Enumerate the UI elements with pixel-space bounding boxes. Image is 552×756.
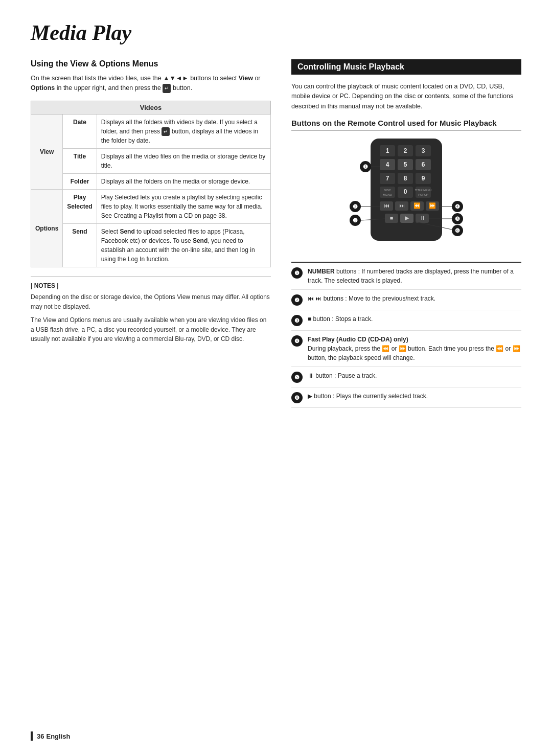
title-desc: Displays all the video files on the medi… — [97, 149, 270, 174]
svg-text:TITLE MENU: TITLE MENU — [415, 189, 432, 192]
desc-item-6: ❻ ▶ button : Plays the currently selecte… — [291, 387, 521, 408]
svg-text:0: 0 — [404, 188, 407, 195]
desc-text-3: ■ button : Stops a track. — [308, 314, 521, 324]
folder-desc: Displays all the folders on the media or… — [97, 174, 270, 190]
svg-text:MENU: MENU — [383, 193, 392, 196]
videos-table: Videos View Date Displays all the folder… — [31, 101, 271, 267]
date-label: Date — [63, 114, 97, 148]
desc-num-6: ❻ — [291, 392, 303, 403]
table-row: Title Displays all the video files on th… — [31, 149, 271, 174]
table-row: Send Select Send to upload selected file… — [31, 224, 271, 267]
right-section-heading: Controlling Music Playback — [291, 59, 521, 75]
desc-num-5: ❺ — [291, 372, 303, 383]
svg-text:POPUP: POPUP — [418, 193, 428, 196]
table-header: Videos — [31, 101, 271, 114]
svg-text:⏩: ⏩ — [429, 202, 436, 209]
svg-text:■: ■ — [390, 215, 394, 221]
svg-text:1: 1 — [386, 147, 389, 154]
footer-bar — [31, 731, 33, 741]
folder-label: Folder — [63, 174, 97, 190]
svg-text:7: 7 — [386, 175, 389, 182]
desc-num-3: ❸ — [291, 315, 303, 326]
svg-text:2: 2 — [404, 147, 407, 154]
desc-num-4: ❹ — [291, 335, 303, 347]
desc-text-5: ⏸ button : Pause a track. — [308, 371, 521, 380]
right-column: Controlling Music Playback You can contr… — [291, 59, 521, 408]
options-group-label: Options — [31, 190, 63, 267]
date-desc: Displays all the folders with videos by … — [97, 114, 270, 148]
play-selected-desc: Play Selected lets you create a playlist… — [97, 190, 270, 224]
remote-diagram: 1 2 3 4 5 6 7 8 — [291, 136, 521, 254]
desc-text-2: ⏮ ⏭ buttons : Move to the previous/next … — [308, 294, 521, 303]
svg-text:❻: ❻ — [455, 227, 460, 234]
desc-text-6: ▶ button : Plays the currently selected … — [308, 392, 521, 401]
remote-svg: 1 2 3 4 5 6 7 8 — [335, 136, 478, 254]
left-column: Using the View & Options Menus On the sc… — [31, 59, 271, 408]
svg-text:❺: ❺ — [455, 216, 460, 222]
play-selected-label: PlaySelected — [63, 190, 97, 224]
footer: 36 English — [31, 731, 70, 741]
svg-text:8: 8 — [404, 175, 407, 182]
title-label: Title — [63, 149, 97, 174]
page-title: Media Play — [31, 20, 521, 45]
desc-item-3: ❸ ■ button : Stops a track. — [291, 310, 521, 331]
desc-item-5: ❺ ⏸ button : Pause a track. — [291, 367, 521, 387]
svg-text:⏸: ⏸ — [420, 215, 425, 221]
notes-title: | NOTES | — [31, 282, 271, 289]
svg-text:⏭: ⏭ — [399, 202, 405, 209]
desc-item-2: ❷ ⏮ ⏭ buttons : Move to the previous/nex… — [291, 290, 521, 310]
svg-text:DISC: DISC — [384, 189, 392, 192]
notes-text-2: The View and Options menus are usually a… — [31, 315, 271, 344]
desc-item-1: ❶ NUMBER buttons : If numbered tracks ar… — [291, 263, 521, 290]
desc-text-1: NUMBER buttons : If numbered tracks are … — [308, 267, 521, 285]
svg-text:❸: ❸ — [353, 217, 358, 223]
svg-text:⏪: ⏪ — [413, 202, 421, 209]
view-group-label: View — [31, 114, 63, 189]
svg-text:⏮: ⏮ — [384, 202, 389, 209]
footer-lang: English — [46, 732, 70, 740]
send-label: Send — [63, 224, 97, 267]
table-row: View Date Displays all the folders with … — [31, 114, 271, 148]
desc-text-4: Fast Play (Audio CD (CD-DA) only)During … — [308, 335, 521, 362]
svg-text:9: 9 — [422, 175, 425, 182]
svg-text:❶: ❶ — [363, 164, 368, 170]
desc-num-2: ❷ — [291, 294, 303, 306]
table-row: Folder Displays all the folders on the m… — [31, 174, 271, 190]
svg-text:3: 3 — [422, 147, 425, 154]
send-desc: Select Send to upload selected files to … — [97, 224, 270, 267]
notes-section: | NOTES | Depending on the disc or stora… — [31, 277, 271, 344]
notes-text-1: Depending on the disc or storage device,… — [31, 292, 271, 311]
left-intro-text: On the screen that lists the video files… — [31, 74, 271, 94]
svg-text:❹: ❹ — [455, 203, 460, 210]
buttons-heading: Buttons on the Remote Control used for M… — [291, 119, 521, 131]
footer-page: 36 — [37, 732, 44, 740]
svg-text:❷: ❷ — [353, 203, 358, 210]
svg-text:▶: ▶ — [405, 215, 409, 221]
right-intro-text: You can control the playback of music co… — [291, 82, 521, 111]
desc-item-4: ❹ Fast Play (Audio CD (CD-DA) only)Durin… — [291, 331, 521, 367]
table-row: Options PlaySelected Play Selected lets … — [31, 190, 271, 224]
svg-text:6: 6 — [422, 161, 425, 168]
svg-text:5: 5 — [404, 161, 407, 168]
description-list: ❶ NUMBER buttons : If numbered tracks ar… — [291, 262, 521, 408]
left-section-heading: Using the View & Options Menus — [31, 59, 271, 68]
svg-text:4: 4 — [386, 161, 389, 168]
desc-num-1: ❶ — [291, 267, 303, 279]
